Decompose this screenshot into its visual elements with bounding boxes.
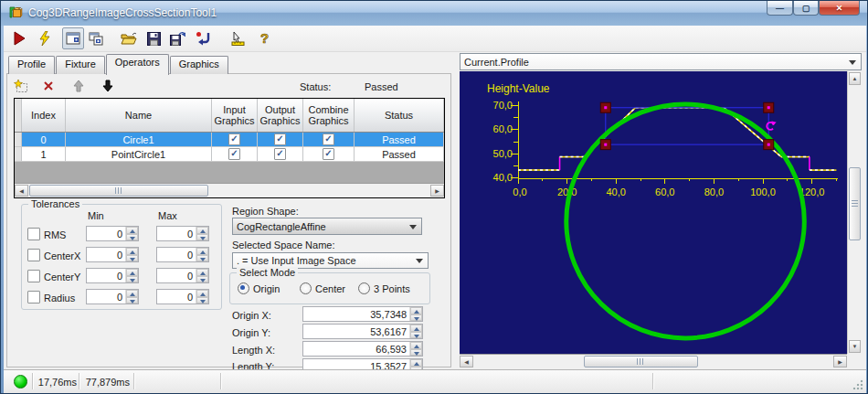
scroll-left-button[interactable]: ◀ xyxy=(15,185,28,197)
run-button[interactable] xyxy=(9,28,29,48)
chevron-down-icon xyxy=(849,60,856,65)
col-output-graphics[interactable]: Output Graphics xyxy=(258,99,303,132)
main-toolbar: ? xyxy=(4,26,866,52)
min-header: Min xyxy=(88,210,104,221)
window-controls: — ▢ ✕ xyxy=(767,1,860,16)
cell-status: Passed xyxy=(355,133,444,146)
length-x-input[interactable]: 66,593 xyxy=(302,341,423,357)
centerx-max-input[interactable]: 0 xyxy=(156,247,209,262)
svg-text:100,0: 100,0 xyxy=(750,186,776,197)
radius-min-input[interactable]: 0 xyxy=(86,289,139,304)
minimize-button[interactable]: — xyxy=(767,1,793,16)
svg-text:70,0: 70,0 xyxy=(493,100,513,111)
combine-graphics-checkbox[interactable]: ✓ xyxy=(323,133,334,145)
combine-graphics-checkbox[interactable]: ✓ xyxy=(323,148,334,160)
scroll-down-button[interactable]: ▼ xyxy=(849,340,861,353)
app-icon xyxy=(8,5,23,20)
profile-plot: Height-Value 70,0 60,0 xyxy=(460,71,847,354)
close-button[interactable]: ✕ xyxy=(819,1,860,16)
length-x-label: Length X: xyxy=(232,345,275,356)
tab-operators[interactable]: Operators xyxy=(106,54,169,75)
region-shape-combobox[interactable]: CogRectangleAffine xyxy=(232,218,422,235)
cell-index: 1 xyxy=(22,147,66,161)
table-row[interactable]: 0 Circle1 ✓ ✓ ✓ Passed xyxy=(15,133,444,147)
table-header: Index Name Input Graphics Output Graphic… xyxy=(15,99,444,133)
select-mode-title: Select Mode xyxy=(237,267,298,278)
col-status[interactable]: Status xyxy=(355,99,444,132)
table-empty-area xyxy=(15,162,444,183)
plot-hscrollbar[interactable]: ◀ ▶ xyxy=(460,354,847,368)
scroll-up-button[interactable]: ▲ xyxy=(849,72,861,85)
col-index[interactable]: Index xyxy=(22,99,66,132)
cell-name: Circle1 xyxy=(66,133,212,146)
resize-grip[interactable] xyxy=(852,379,863,390)
col-input-graphics[interactable]: Input Graphics xyxy=(212,99,258,132)
input-graphics-checkbox[interactable]: ✓ xyxy=(228,133,240,145)
run-electric-button[interactable] xyxy=(35,28,55,48)
show-in-tool-window-button[interactable] xyxy=(62,27,84,49)
move-down-button[interactable] xyxy=(102,79,126,93)
centery-checkbox[interactable] xyxy=(27,270,40,282)
tab-graphics[interactable]: Graphics xyxy=(170,56,228,74)
scroll-thumb[interactable] xyxy=(849,167,861,240)
profile-selector-combobox[interactable]: Current.Profile xyxy=(460,53,862,70)
rms-checkbox[interactable] xyxy=(27,228,40,240)
svg-text:50,0: 50,0 xyxy=(493,148,513,159)
radio-3points[interactable]: 3 Points xyxy=(358,282,410,294)
svg-text:80,0: 80,0 xyxy=(704,186,724,197)
tab-strip: Profile Fixture Operators Graphics xyxy=(8,55,229,74)
rms-max-input[interactable]: 0 xyxy=(156,226,209,241)
radio-center[interactable]: Center xyxy=(300,282,345,294)
cell-index: 0 xyxy=(22,133,66,146)
centerx-checkbox[interactable] xyxy=(27,249,40,261)
tolerances-title: Tolerances xyxy=(28,198,82,209)
centery-max-input[interactable]: 0 xyxy=(156,268,209,283)
delete-operator-button[interactable] xyxy=(43,79,67,93)
origin-x-input[interactable]: 35,7348 xyxy=(302,306,423,322)
col-name[interactable]: Name xyxy=(66,99,212,132)
radius-max-input[interactable]: 0 xyxy=(156,289,209,304)
table-hscrollbar[interactable]: ◀ ▶ xyxy=(15,183,444,197)
region-shape-label: Region Shape: xyxy=(232,206,299,217)
plot-vscrollbar[interactable]: ▲ ▼ xyxy=(847,71,862,354)
status-label: Status: xyxy=(300,81,331,92)
input-graphics-checkbox[interactable]: ✓ xyxy=(228,148,240,160)
centerx-min-input[interactable]: 0 xyxy=(86,247,139,262)
radius-checkbox[interactable] xyxy=(27,291,40,303)
row-header-stub xyxy=(15,99,22,132)
radio-origin[interactable]: Origin xyxy=(238,282,280,294)
output-graphics-checkbox[interactable]: ✓ xyxy=(274,148,286,160)
open-file-button[interactable] xyxy=(119,28,139,48)
help-button[interactable]: ? xyxy=(255,28,275,48)
titlebar[interactable]: Cog3DRangeImageCrossSectionTool1 — ▢ ✕ xyxy=(1,1,867,26)
col-combine-graphics[interactable]: Combine Graphics xyxy=(303,99,355,132)
plot-title: Height-Value xyxy=(487,82,550,95)
maximize-button[interactable]: ▢ xyxy=(793,1,819,16)
output-graphics-checkbox[interactable]: ✓ xyxy=(274,133,286,145)
rms-min-input[interactable]: 0 xyxy=(86,226,139,241)
tab-fixture[interactable]: Fixture xyxy=(56,56,105,74)
table-row[interactable]: 1 PointCircle1 ✓ ✓ ✓ Passed xyxy=(15,147,444,162)
scroll-thumb[interactable] xyxy=(29,185,208,197)
copy-to-tool-window-button[interactable] xyxy=(86,28,106,48)
origin-y-input[interactable]: 53,6167 xyxy=(302,324,423,339)
scroll-left-button[interactable]: ◀ xyxy=(460,356,473,367)
tab-profile[interactable]: Profile xyxy=(8,56,55,74)
cell-status: Passed xyxy=(355,147,444,161)
centery-min-input[interactable]: 0 xyxy=(86,268,139,283)
profile-plot-svg: Height-Value 70,0 60,0 xyxy=(460,71,847,354)
space-name-label: Selected Space Name: xyxy=(232,240,335,250)
origin-x-label: Origin X: xyxy=(232,310,271,321)
move-up-button[interactable] xyxy=(73,79,97,93)
reset-button[interactable] xyxy=(193,28,213,48)
save-file-as-button[interactable] xyxy=(167,28,187,48)
run-time: 17,76ms xyxy=(37,377,77,388)
select-mode-group: Select Mode Origin Center 3 Points xyxy=(229,272,430,304)
chevron-down-icon xyxy=(416,259,423,263)
scroll-right-button[interactable]: ▶ xyxy=(430,185,444,197)
scroll-thumb[interactable] xyxy=(584,356,698,367)
add-operator-button[interactable] xyxy=(14,79,37,93)
scroll-right-button[interactable]: ▶ xyxy=(833,356,847,367)
save-file-button[interactable] xyxy=(143,28,164,48)
measure-button[interactable] xyxy=(228,28,248,48)
